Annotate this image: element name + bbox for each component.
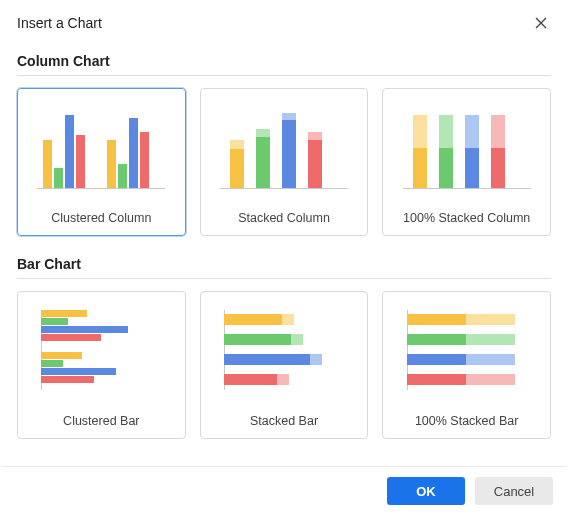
insert-chart-dialog: Insert a Chart Column Chart — [0, 0, 568, 516]
card-stacked-column[interactable]: Stacked Column — [200, 88, 369, 236]
cancel-button[interactable]: Cancel — [475, 477, 553, 505]
card-label: 100% Stacked Column — [403, 211, 530, 225]
dialog-body[interactable]: Column Chart — [1, 41, 567, 466]
thumb-100-stacked-column — [397, 97, 537, 201]
thumb-clustered-column — [31, 97, 171, 201]
card-clustered-bar[interactable]: Clustered Bar — [17, 291, 186, 439]
card-clustered-column[interactable]: Clustered Column — [17, 88, 186, 236]
section-divider — [17, 75, 551, 76]
card-label: Clustered Bar — [63, 414, 139, 428]
bar-chart-grid: Clustered Bar S — [17, 291, 551, 439]
close-button[interactable] — [531, 13, 551, 33]
thumb-stacked-bar — [214, 300, 354, 404]
card-label: Stacked Bar — [250, 414, 318, 428]
section-title-column: Column Chart — [17, 53, 551, 69]
section-title-bar: Bar Chart — [17, 256, 551, 272]
column-chart-grid: Clustered Column — [17, 88, 551, 236]
close-icon — [535, 17, 547, 29]
card-stacked-bar[interactable]: Stacked Bar — [200, 291, 369, 439]
card-label: Stacked Column — [238, 211, 330, 225]
ok-button[interactable]: OK — [387, 477, 465, 505]
thumb-100-stacked-bar — [397, 300, 537, 404]
dialog-title: Insert a Chart — [17, 15, 102, 31]
dialog-header: Insert a Chart — [1, 1, 567, 41]
card-label: Clustered Column — [51, 211, 151, 225]
card-100-stacked-column[interactable]: 100% Stacked Column — [382, 88, 551, 236]
section-divider — [17, 278, 551, 279]
thumb-stacked-column — [214, 97, 354, 201]
card-100-stacked-bar[interactable]: 100% Stacked Bar — [382, 291, 551, 439]
card-label: 100% Stacked Bar — [415, 414, 519, 428]
thumb-clustered-bar — [31, 300, 171, 404]
dialog-footer: OK Cancel — [1, 466, 567, 515]
